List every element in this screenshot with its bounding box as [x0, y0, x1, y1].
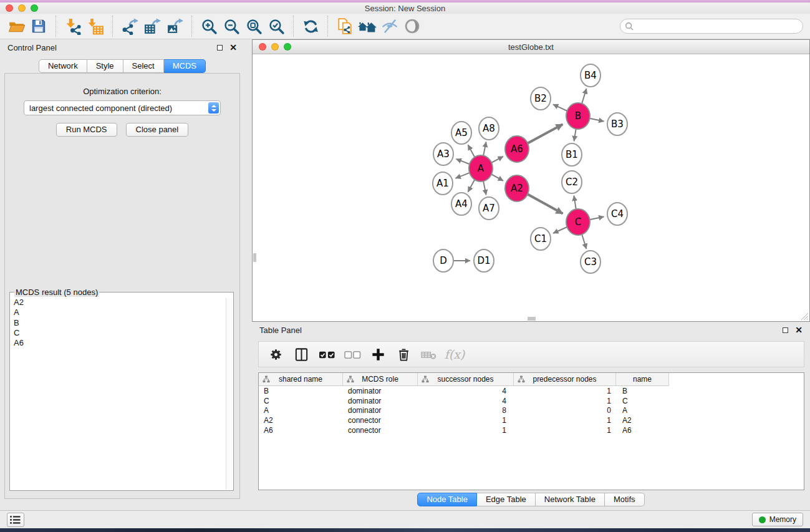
export-network-button[interactable]	[120, 16, 140, 36]
table-cell[interactable]: B	[259, 387, 343, 395]
graph-node-B2[interactable]: B2	[531, 87, 551, 110]
network-graph[interactable]: B4B2BB3A5A8A6B1A3AA1C2A2A4A7C4CC1C3DD1	[253, 55, 809, 321]
tab-network[interactable]: Network	[39, 59, 87, 73]
show-home-button[interactable]	[357, 16, 377, 36]
table-cell[interactable]: B	[616, 387, 669, 395]
table-cell[interactable]: dominator	[343, 397, 418, 405]
import-table-button[interactable]	[85, 16, 105, 36]
zoom-out-button[interactable]	[221, 16, 241, 36]
import-network-button[interactable]	[63, 16, 83, 36]
table-cell[interactable]: A6	[616, 426, 669, 435]
export-table-button[interactable]	[142, 16, 162, 36]
memory-button[interactable]: Memory	[752, 513, 803, 526]
column-header-mcds-role[interactable]: MCDS role	[343, 373, 418, 386]
tab-node-table[interactable]: Node Table	[417, 493, 477, 506]
table-cell[interactable]: 1	[514, 416, 616, 425]
table-cell[interactable]: 1	[514, 387, 616, 395]
table-cell[interactable]: 4	[418, 387, 514, 395]
table-cell[interactable]: 1	[418, 426, 514, 435]
graph-node-B3[interactable]: B3	[607, 113, 627, 135]
float-panel-icon[interactable]	[217, 45, 223, 51]
zoom-fit-button[interactable]	[244, 16, 264, 36]
tab-style[interactable]: Style	[87, 59, 123, 73]
column-header-name[interactable]: name	[616, 373, 669, 386]
table-options-button[interactable]	[265, 344, 286, 365]
delete-table-button[interactable]	[418, 344, 440, 365]
horizontal-scrollbar-thumb[interactable]	[528, 317, 536, 321]
table-cell[interactable]: dominator	[343, 406, 418, 415]
graph-node-A7[interactable]: A7	[479, 197, 499, 220]
graph-node-B[interactable]: B	[566, 103, 590, 129]
close-panel-icon[interactable]: ✕	[229, 44, 237, 51]
graph-node-A4[interactable]: A4	[451, 193, 471, 215]
tab-select[interactable]: Select	[123, 59, 164, 73]
graph-node-C3[interactable]: C3	[581, 251, 600, 273]
graph-node-D[interactable]: D	[433, 249, 453, 272]
graph-node-B1[interactable]: B1	[562, 143, 582, 166]
vertical-scrollbar-thumb[interactable]	[253, 253, 256, 262]
table-cell[interactable]: 8	[418, 406, 514, 415]
table-row[interactable]: A2connector11A2	[259, 415, 804, 425]
table-cell[interactable]: 4	[418, 397, 514, 405]
mcds-result-item[interactable]: A6	[14, 338, 233, 348]
show-task-history-button[interactable]	[7, 513, 24, 527]
table-cell[interactable]: connector	[343, 416, 418, 425]
table-cell[interactable]: 1	[418, 416, 514, 425]
table-cell[interactable]: C	[616, 397, 669, 405]
network-minimize-button[interactable]	[271, 43, 279, 51]
zoom-in-button[interactable]	[199, 16, 219, 36]
table-cell[interactable]: A2	[616, 416, 669, 425]
graph-node-C4[interactable]: C4	[607, 203, 627, 225]
table-cell[interactable]: C	[259, 397, 343, 405]
delete-button[interactable]	[393, 344, 414, 365]
select-all-button[interactable]	[316, 344, 337, 365]
table-cell[interactable]: A2	[259, 416, 343, 425]
graph-node-A3[interactable]: A3	[433, 143, 453, 165]
table-cell[interactable]: 0	[514, 406, 616, 415]
graph-node-A5[interactable]: A5	[451, 122, 471, 144]
table-cell[interactable]: A6	[259, 426, 343, 435]
close-table-panel-icon[interactable]: ✕	[795, 327, 803, 333]
mcds-result-item[interactable]: A2	[14, 297, 233, 307]
close-window-button[interactable]	[6, 4, 13, 12]
table-row[interactable]: A6connector11A6	[259, 425, 804, 435]
graph-node-D1[interactable]: D1	[474, 249, 494, 272]
table-cell[interactable]: dominator	[343, 387, 418, 395]
resize-grip[interactable]	[801, 312, 809, 321]
table-cell[interactable]: A	[616, 406, 669, 415]
column-header-predecessor-nodes[interactable]: predecessor nodes	[514, 373, 616, 386]
graph-node-C2[interactable]: C2	[562, 171, 582, 193]
refresh-view-button[interactable]	[301, 16, 321, 36]
minimize-window-button[interactable]	[18, 4, 26, 12]
show-graphics-details-button[interactable]	[402, 16, 422, 36]
search-box[interactable]	[620, 19, 803, 34]
graph-node-A1[interactable]: A1	[433, 172, 453, 195]
tab-motifs[interactable]: Motifs	[605, 493, 645, 506]
export-image-button[interactable]	[165, 16, 185, 36]
show-column-button[interactable]	[291, 344, 312, 365]
mcds-list-scrollbar[interactable]	[226, 298, 233, 490]
column-header-shared-name[interactable]: shared name	[259, 373, 343, 386]
table-cell[interactable]: A	[259, 406, 343, 415]
run-mcds-button[interactable]: Run MCDS	[56, 123, 117, 137]
table-cell[interactable]: 1	[514, 397, 616, 405]
zoom-selected-button[interactable]	[266, 16, 286, 36]
function-builder-button[interactable]: f(x)	[444, 344, 465, 365]
network-canvas[interactable]: B4B2BB3A5A8A6B1A3AA1C2A2A4A7C4CC1C3DD1	[253, 55, 809, 321]
open-file-button[interactable]	[6, 16, 26, 36]
tab-edge-table[interactable]: Edge Table	[477, 493, 536, 506]
zoom-window-button[interactable]	[31, 4, 38, 12]
column-header-successor-nodes[interactable]: successor nodes	[418, 373, 514, 386]
table-row[interactable]: Bdominator41B	[259, 386, 804, 396]
add-button[interactable]	[367, 344, 388, 365]
create-network-view-button[interactable]	[335, 16, 355, 36]
graph-node-A6[interactable]: A6	[505, 136, 529, 162]
table-cell[interactable]: 1	[514, 426, 616, 435]
graph-node-B4[interactable]: B4	[581, 64, 600, 87]
graph-node-A2[interactable]: A2	[505, 175, 529, 201]
close-panel-button[interactable]: Close panel	[126, 123, 189, 137]
graph-node-C[interactable]: C	[566, 209, 590, 235]
network-close-button[interactable]	[259, 43, 266, 51]
tab-mcds[interactable]: MCDS	[164, 59, 206, 73]
graph-node-C1[interactable]: C1	[531, 228, 551, 250]
